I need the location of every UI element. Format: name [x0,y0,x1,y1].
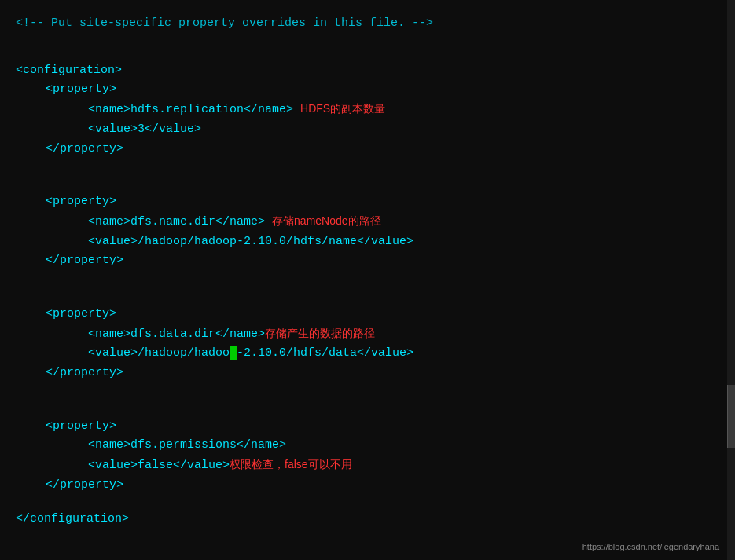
text-cursor [230,346,237,360]
value-dfs-name-dir: <value>/hadoop/hadoop-2.10.0/hdfs/name</… [31,232,719,252]
blank-line-3 [16,285,719,305]
value-dfs-data-dir: <value>/hadoop/hadoo-2.10.0/hdfs/data</v… [31,344,719,364]
property-close-4: </property> [31,476,719,496]
name-dfs-permissions: <name>dfs.permissions</name> [31,436,719,456]
property-block-2: <property> <name>dfs.name.dir</name> 存储n… [16,192,719,271]
code-editor: <!-- Put site-specific property override… [0,0,735,560]
annotation-dfs-data-dir: 存储产生的数据的路径 [265,327,375,339]
scrollbar-thumb[interactable] [727,385,735,448]
name-hdfs-replication: <name>hdfs.replication</name> HDFS的副本数量 [31,100,719,120]
blank-line-2 [16,173,719,192]
scrollbar[interactable] [727,0,735,560]
configuration-open: <configuration> [16,61,719,81]
blank-line-1 [16,42,719,61]
property-block-3: <property> <name>dfs.data.dir</name>存储产生… [16,305,719,383]
property-open-1: <property> [31,80,719,100]
value-dfs-permissions: <value>false</value>权限检查，false可以不用 [31,456,719,476]
property-open-2: <property> [31,192,719,212]
property-close-2: </property> [31,251,719,271]
annotation-dfs-name-dir: 存储nameNode的路径 [272,214,381,227]
property-open-3: <property> [31,305,719,324]
blank-line-4 [16,397,719,417]
property-close-3: </property> [31,364,719,383]
annotation-hdfs-replication: HDFS的副本数量 [300,102,385,115]
configuration-close: </configuration> [16,510,719,529]
name-dfs-name-dir: <name>dfs.name.dir</name> 存储nameNode的路径 [31,212,719,232]
property-block-1: <property> <name>hdfs.replication</name>… [16,80,719,159]
property-close-1: </property> [31,140,719,159]
watermark: https://blog.csdn.net/legendaryhana [582,540,719,554]
annotation-dfs-permissions: 权限检查，false可以不用 [230,458,352,470]
property-block-4: <property> <name>dfs.permissions</name> … [16,417,719,496]
property-open-4: <property> [31,417,719,437]
comment-line: <!-- Put site-specific property override… [16,14,719,34]
value-hdfs-replication: <value>3</value> [31,120,719,140]
name-dfs-data-dir: <name>dfs.data.dir</name>存储产生的数据的路径 [31,324,719,345]
